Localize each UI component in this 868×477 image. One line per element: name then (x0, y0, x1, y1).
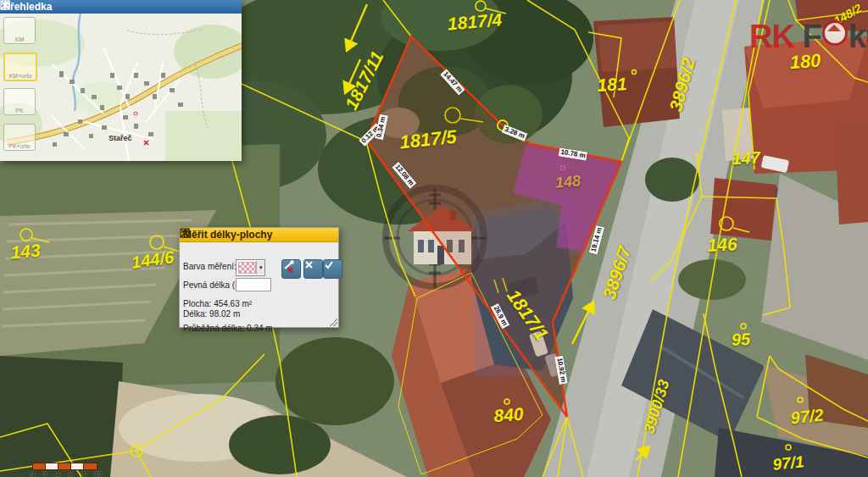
scale-bar-label: 10 m (94, 470, 102, 477)
overview-panel: Přehledka (0, 0, 242, 161)
measure-panel-titlebar[interactable]: Měřit délky-plochy (180, 228, 338, 242)
layer-button-pk[interactable]: PK (3, 88, 36, 115)
layer-button-km-orto[interactable]: KM+orto (3, 53, 37, 81)
confirm-measure-button[interactable] (323, 259, 342, 279)
parcel-label: 146 (707, 234, 737, 256)
measure-panel: Měřit délky-plochy Barva měření: ▼ (179, 227, 339, 328)
layer-button-pk-orto[interactable]: PK+orto (3, 124, 36, 151)
scale-bar-segment (83, 463, 97, 470)
parcel-label: 97/1 (771, 452, 804, 474)
close-icon[interactable] (0, 0, 10, 10)
logo-kus-text: kus (849, 19, 868, 54)
running-length-value: Průběžná délka: 0.34 m (183, 324, 273, 333)
scale-bar-label: 4 (56, 470, 59, 477)
delete-measure-point-button[interactable] (281, 259, 301, 279)
parcel-label: 840 (493, 404, 525, 426)
parcel-label: 181 (597, 74, 627, 96)
parcel-label: 143 (9, 241, 41, 263)
measure-panel-title: Měřit délky-plochy (183, 229, 272, 241)
resize-handle[interactable] (330, 319, 337, 326)
close-icon[interactable] (180, 228, 190, 238)
fixed-length-input[interactable] (236, 278, 271, 291)
rk-fokus-logo: RK Fkus (749, 19, 868, 55)
layer-button-km[interactable]: KM (3, 17, 36, 44)
length-value: Délka: 98.02 m (183, 309, 240, 319)
logo-rk-text: RK (749, 19, 794, 54)
parcel-label: 95 (731, 330, 750, 350)
scale-bar-label: 2 (43, 470, 47, 477)
overview-town-label: Stařeč (108, 134, 132, 142)
logo-f-text: F (802, 19, 821, 54)
parcel-label: 148 (554, 172, 581, 192)
map-application: 1817/41817/111817/51813896/2180148/21471… (0, 0, 868, 477)
parcel-label: 97/2 (789, 406, 824, 429)
logo-house-icon (822, 20, 848, 46)
color-swatch (238, 262, 256, 274)
measure-color-picker[interactable]: ▼ (236, 259, 265, 276)
overview-map[interactable]: KMKM+ortoPKPK+orto Stařeč (0, 14, 242, 161)
chevron-down-icon[interactable]: ▼ (256, 261, 264, 275)
scale-bar-label: 0 (31, 470, 34, 477)
overview-panel-titlebar[interactable]: Přehledka (0, 0, 242, 14)
area-value: Plocha: 454.63 m² (183, 299, 252, 308)
parcel-label: 147 (732, 148, 761, 169)
cancel-measure-button[interactable] (303, 259, 323, 279)
scale-bar-label: 6 (69, 470, 72, 477)
color-label: Barva měření: (183, 262, 236, 271)
scale-bar-label: 8 (81, 470, 85, 477)
